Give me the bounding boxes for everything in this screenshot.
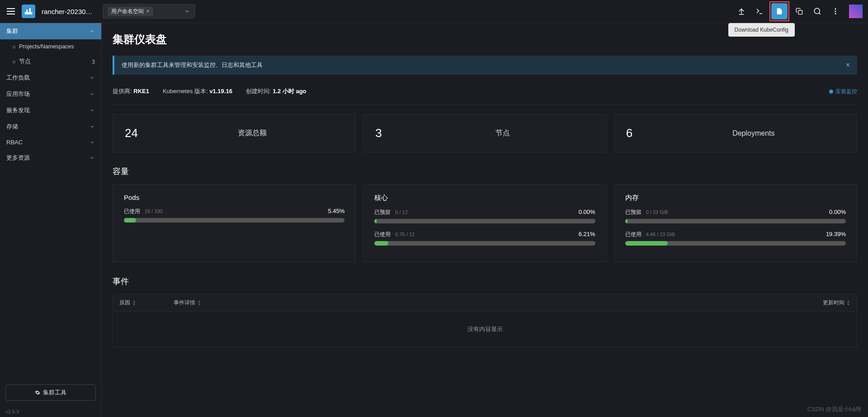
metric-percent: 0.00% <box>579 208 595 215</box>
progress-bar <box>374 241 595 246</box>
capacity-card-title: 核心 <box>374 194 595 202</box>
sort-icon: ▲▼ <box>197 300 201 306</box>
metric-label: 已预留 <box>374 208 391 216</box>
sidebar-item-service-discovery[interactable]: 服务发现 <box>0 102 101 118</box>
stat-card[interactable]: 6Deployments <box>614 114 857 152</box>
rancher-logo-icon[interactable] <box>22 5 35 18</box>
stat-label: Deployments <box>662 129 845 137</box>
svg-point-13 <box>835 13 836 14</box>
progress-bar-fill <box>374 219 377 223</box>
stat-card[interactable]: 3节点 <box>363 114 606 152</box>
sidebar: 集群 Projects/Namespaces 节点 3 工作负载 应用市场 服务… <box>0 23 102 417</box>
top-bar: rancher-20230… 用户命名空间 × <box>0 0 868 23</box>
progress-bar-fill <box>625 241 668 246</box>
events-section-title: 事件 <box>113 276 857 287</box>
cluster-tools-button[interactable]: 集群工具 <box>5 384 96 401</box>
metric-detail: 0 / 12 <box>395 209 408 215</box>
sidebar-item-label: 工作负载 <box>6 74 30 82</box>
sidebar-item-count: 3 <box>92 59 95 65</box>
metric-label: 已使用 <box>374 231 391 238</box>
svg-rect-3 <box>25 12 33 14</box>
sidebar-item-apps[interactable]: 应用市场 <box>0 86 101 102</box>
chevron-down-icon <box>90 91 95 97</box>
metric-label: 已预留 <box>625 208 642 216</box>
capacity-metric: 已使用 18 / 330 5.45% <box>124 208 344 223</box>
metric-percent: 6.21% <box>579 231 595 237</box>
events-col-updated[interactable]: 更新时间▲▼ <box>805 299 850 307</box>
progress-bar-fill <box>625 219 627 223</box>
download-kubeconfig-tooltip: Download KubeConfig <box>728 23 795 37</box>
sidebar-item-label: 服务发现 <box>6 106 30 114</box>
events-col-message[interactable]: 事件详情▲▼ <box>174 299 805 307</box>
namespace-tag-remove[interactable]: × <box>146 8 150 14</box>
stat-label: 节点 <box>411 128 594 138</box>
banner-close-button[interactable]: × <box>846 61 850 69</box>
metric-percent: 19.39% <box>826 231 846 237</box>
stat-number: 6 <box>626 126 662 140</box>
chevron-up-icon <box>90 28 95 34</box>
chevron-down-icon <box>90 155 95 161</box>
sidebar-item-storage[interactable]: 存储 <box>0 118 101 135</box>
progress-bar <box>124 218 344 223</box>
stat-number: 24 <box>125 126 161 140</box>
sidebar-item-rbac[interactable]: RBAC <box>0 135 101 150</box>
cluster-name[interactable]: rancher-20230… <box>42 8 93 15</box>
main-content: 集群仪表盘 使用新的集群工具来管理和安装监控、日志和其他工具 × 提供商: RK… <box>102 23 868 417</box>
capacity-card-title: 内存 <box>625 194 846 202</box>
chevron-down-icon <box>90 75 95 81</box>
more-actions-button[interactable] <box>827 3 844 19</box>
sidebar-item-nodes[interactable]: 节点 3 <box>0 54 101 70</box>
stat-card[interactable]: 24资源总额 <box>113 114 356 152</box>
sidebar-item-cluster[interactable]: 集群 <box>0 23 101 39</box>
capacity-card-title: Pods <box>124 194 344 201</box>
gear-icon <box>829 89 834 94</box>
sidebar-item-label: 存储 <box>6 123 18 131</box>
events-table-header: 原因▲▼ 事件详情▲▼ 更新时间▲▼ <box>113 294 857 312</box>
stat-number: 3 <box>375 126 411 140</box>
events-col-reason[interactable]: 原因▲▼ <box>119 299 174 307</box>
metric-detail: 0.75 / 12 <box>395 232 415 237</box>
chevron-down-icon <box>90 140 95 145</box>
svg-rect-5 <box>29 8 31 12</box>
metric-label: 已使用 <box>124 208 140 215</box>
capacity-metric: 已预留 0 / 23 GiB 0.00% <box>625 208 846 223</box>
copy-kubeconfig-button[interactable] <box>791 3 807 19</box>
capacity-metric: 已使用 0.75 / 12 6.21% <box>374 231 595 246</box>
sidebar-item-more-resources[interactable]: 更多资源 <box>0 150 101 166</box>
provider-label: 提供商: <box>113 88 132 95</box>
banner-text: 使用新的集群工具来管理和安装监控、日志和其他工具 <box>122 61 263 69</box>
provider-value: RKE1 <box>133 88 149 95</box>
download-kubeconfig-button[interactable] <box>771 3 788 19</box>
stat-label: 资源总额 <box>161 128 344 138</box>
svg-point-9 <box>814 8 820 14</box>
sidebar-item-label: Projects/Namespaces <box>19 43 74 50</box>
metric-detail: 0 / 23 GiB <box>646 209 668 215</box>
cluster-info-row: 提供商: RKE1 Kubernetes 版本: v1.19.16 创建时间: … <box>113 84 857 105</box>
svg-point-12 <box>835 11 836 12</box>
topbar-left: rancher-20230… 用户命名空间 × <box>5 4 195 19</box>
namespace-selector[interactable]: 用户命名空间 × <box>103 4 195 19</box>
svg-point-11 <box>835 8 836 9</box>
search-button[interactable] <box>809 3 826 19</box>
k8s-version-value: v1.19.16 <box>209 88 232 95</box>
user-avatar[interactable] <box>849 5 863 18</box>
sidebar-item-projects-namespaces[interactable]: Projects/Namespaces <box>0 39 101 54</box>
sidebar-item-label: 集群 <box>6 27 18 35</box>
kubectl-shell-button[interactable] <box>751 3 768 19</box>
topbar-right: Download KubeConfig <box>733 1 863 21</box>
bullet-icon <box>13 61 15 63</box>
sidebar-item-workload[interactable]: 工作负载 <box>0 70 101 86</box>
svg-rect-8 <box>798 10 802 14</box>
stat-cards-row: 24资源总额3节点6Deployments <box>113 114 857 152</box>
menu-toggle-button[interactable] <box>5 6 16 17</box>
svg-line-10 <box>819 13 820 14</box>
sidebar-item-label: 节点 <box>19 58 31 65</box>
metric-percent: 5.45% <box>328 208 344 214</box>
capacity-cards-row: Pods 已使用 18 / 330 5.45% 核心 已预留 0 / 12 0.… <box>113 184 857 262</box>
install-monitoring-link[interactable]: 安装监控 <box>829 88 857 95</box>
info-banner: 使用新的集群工具来管理和安装监控、日志和其他工具 × <box>113 56 857 75</box>
capacity-card: 核心 已预留 0 / 12 0.00% 已使用 0.75 / 12 6.21% <box>363 184 606 262</box>
import-yaml-button[interactable] <box>733 3 750 19</box>
version-text: v2.6.3 <box>0 406 101 417</box>
k8s-version-label: Kubernetes 版本: <box>163 88 208 95</box>
